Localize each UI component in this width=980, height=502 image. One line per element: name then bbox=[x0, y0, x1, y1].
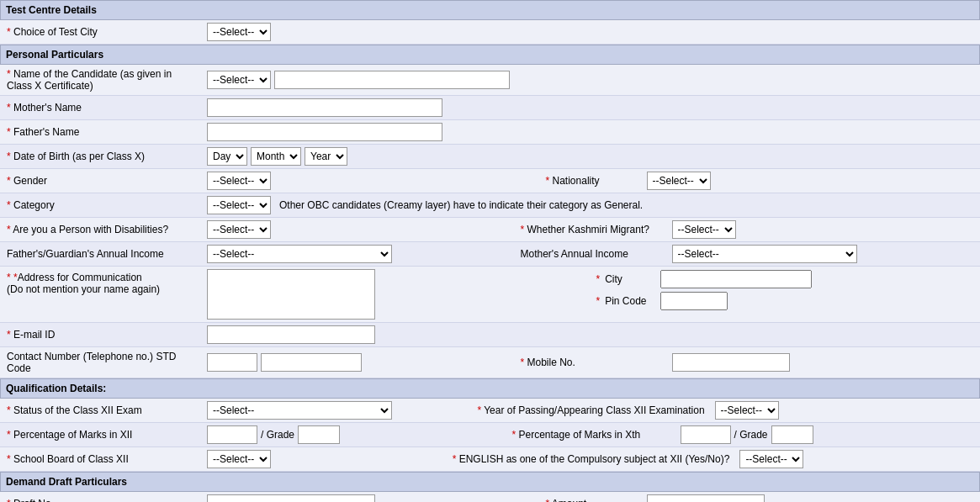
fathers-income-input-cell: --Select-- bbox=[202, 242, 516, 266]
draft-no-label: Draft No. bbox=[0, 494, 202, 502]
percentage-x-input[interactable] bbox=[681, 425, 731, 444]
dob-day-select[interactable]: Day bbox=[207, 147, 247, 166]
grade-label-x: / Grade bbox=[734, 429, 768, 441]
tel-input[interactable] bbox=[261, 353, 362, 372]
city-row-item: * City bbox=[596, 270, 976, 288]
disability-input-cell: --Select-- bbox=[202, 218, 516, 241]
draft-no-input-cell bbox=[202, 492, 541, 502]
test-centre-section-header: Test Centre Details bbox=[0, 0, 980, 20]
std-input[interactable] bbox=[207, 353, 257, 372]
email-input-cell bbox=[202, 323, 980, 346]
email-label: E-mail ID bbox=[0, 325, 202, 344]
name-label: Name of the Candidate (as given in Class… bbox=[0, 65, 202, 95]
mothers-income-label: Mother's Annual Income bbox=[516, 248, 667, 260]
mobile-input[interactable] bbox=[672, 353, 790, 372]
mothers-name-input-cell bbox=[202, 96, 980, 119]
mothers-income-select[interactable]: --Select-- bbox=[672, 245, 857, 263]
status-year-row: Status of the Class XII Exam --Select-- … bbox=[0, 399, 980, 423]
disability-select[interactable]: --Select-- bbox=[207, 220, 271, 239]
fathers-income-label: Father's/Guardian's Annual Income bbox=[0, 245, 202, 263]
status-xii-label: Status of the Class XII Exam bbox=[0, 401, 202, 420]
gender-nationality-row: Gender --Select-- Nationality --Select-- bbox=[0, 169, 980, 193]
amount-input[interactable] bbox=[647, 494, 765, 502]
status-xii-select[interactable]: --Select-- bbox=[207, 401, 392, 420]
year-passing-select[interactable]: --Select-- bbox=[715, 401, 779, 420]
fathers-name-input[interactable] bbox=[207, 123, 442, 141]
category-row: Category --Select-- Other OBC candidates… bbox=[0, 193, 980, 218]
percentage-xii-label: Percentage of Marks in XII bbox=[0, 425, 202, 444]
contact-label: Contact Number (Telephone no.) STD Code bbox=[0, 347, 202, 378]
category-select[interactable]: --Select-- bbox=[207, 196, 271, 214]
kashmiri-select[interactable]: --Select-- bbox=[672, 220, 736, 239]
form-container: Test Centre Details Choice of Test City … bbox=[0, 0, 980, 502]
status-xii-input-cell: --Select-- bbox=[202, 399, 472, 422]
mothers-name-label: Mother's Name bbox=[0, 98, 202, 117]
city-input[interactable] bbox=[660, 270, 812, 288]
dob-input-cell: Day Month Year bbox=[202, 145, 980, 168]
nationality-input-cell: --Select-- bbox=[642, 169, 981, 193]
fathers-income-select[interactable]: --Select-- bbox=[207, 245, 392, 263]
fathers-name-input-cell bbox=[202, 120, 980, 144]
address-input-cell bbox=[202, 267, 591, 322]
city-label: City bbox=[605, 273, 655, 285]
demand-draft-section-header: Demand Draft Particulars bbox=[0, 472, 980, 492]
address-right: * City * Pin Code bbox=[591, 267, 981, 314]
percentage-row: Percentage of Marks in XII / Grade Perce… bbox=[0, 423, 980, 447]
gender-input-cell: --Select-- bbox=[202, 169, 541, 193]
percentage-xii-input[interactable] bbox=[207, 425, 257, 444]
address-label: *Address for Communication(Do not mentio… bbox=[0, 267, 202, 299]
name-title-select[interactable]: --Select-- bbox=[207, 71, 271, 89]
test-centre-row: Choice of Test City --Select-- bbox=[0, 20, 980, 45]
kashmiri-input-cell: --Select-- bbox=[667, 218, 981, 241]
pin-row-item: * Pin Code bbox=[596, 292, 976, 310]
year-passing-input-cell: --Select-- bbox=[710, 399, 980, 422]
contact-mobile-row: Contact Number (Telephone no.) STD Code … bbox=[0, 347, 980, 378]
percentage-x-label: Percentage of Marks in Xth bbox=[507, 429, 675, 441]
address-textarea[interactable] bbox=[207, 269, 375, 320]
nationality-select[interactable]: --Select-- bbox=[647, 172, 711, 190]
gender-select[interactable]: --Select-- bbox=[207, 172, 271, 190]
english-compulsory-input-cell: --Select-- bbox=[734, 447, 980, 471]
name-input-cell: --Select-- bbox=[202, 68, 980, 92]
english-compulsory-label: ENGLISH as one of the Compulsory subject… bbox=[448, 453, 735, 465]
amount-input-cell bbox=[642, 492, 981, 502]
name-row: Name of the Candidate (as given in Class… bbox=[0, 65, 980, 96]
kashmiri-label: Whether Kashmiri Migrant? bbox=[516, 224, 667, 235]
school-board-input-cell: --Select-- bbox=[202, 447, 448, 471]
draft-no-input[interactable] bbox=[207, 494, 375, 502]
grade-label-xii: / Grade bbox=[261, 429, 294, 441]
amount-label: Amount bbox=[541, 498, 642, 502]
gender-label: Gender bbox=[0, 172, 202, 190]
grade-x-input[interactable] bbox=[771, 425, 813, 444]
test-centre-title: Test Centre Details bbox=[6, 4, 97, 16]
dob-row: Date of Birth (as per Class X) Day Month… bbox=[0, 145, 980, 169]
qualification-title: Qualification Details: bbox=[6, 383, 106, 394]
percentage-xii-input-cell: / Grade bbox=[202, 423, 507, 447]
year-passing-label: Year of Passing/Appearing Class XII Exam… bbox=[472, 404, 709, 416]
board-english-row: School Board of Class XII --Select-- ENG… bbox=[0, 447, 980, 472]
pin-label: Pin Code bbox=[605, 295, 655, 307]
income-row: Father's/Guardian's Annual Income --Sele… bbox=[0, 242, 980, 267]
fathers-name-label: Father's Name bbox=[0, 123, 202, 141]
pin-input[interactable] bbox=[660, 292, 728, 310]
school-board-select[interactable]: --Select-- bbox=[207, 450, 271, 468]
dob-year-select[interactable]: Year bbox=[305, 147, 347, 166]
grade-xii-input[interactable] bbox=[298, 425, 340, 444]
email-row: E-mail ID bbox=[0, 323, 980, 347]
demand-draft-title: Demand Draft Particulars bbox=[6, 476, 127, 488]
disability-label: Are you a Person with Disabilities? bbox=[0, 220, 202, 239]
category-input-cell: --Select-- Other OBC candidates (Creamy … bbox=[202, 193, 980, 217]
address-row: *Address for Communication(Do not mentio… bbox=[0, 267, 980, 323]
email-input[interactable] bbox=[207, 325, 375, 344]
school-board-label: School Board of Class XII bbox=[0, 450, 202, 468]
draft-amount-row: Draft No. Amount bbox=[0, 492, 980, 502]
mothers-name-input[interactable] bbox=[207, 98, 442, 117]
name-text-input[interactable] bbox=[274, 71, 510, 89]
dob-month-select[interactable]: Month bbox=[251, 147, 301, 166]
english-compulsory-select[interactable]: --Select-- bbox=[739, 450, 803, 468]
fathers-name-row: Father's Name bbox=[0, 120, 980, 145]
category-label: Category bbox=[0, 196, 202, 214]
choice-of-test-city-select[interactable]: --Select-- bbox=[207, 23, 271, 41]
qualification-section-header: Qualification Details: bbox=[0, 378, 980, 399]
percentage-x-input-cell: / Grade bbox=[675, 423, 981, 447]
